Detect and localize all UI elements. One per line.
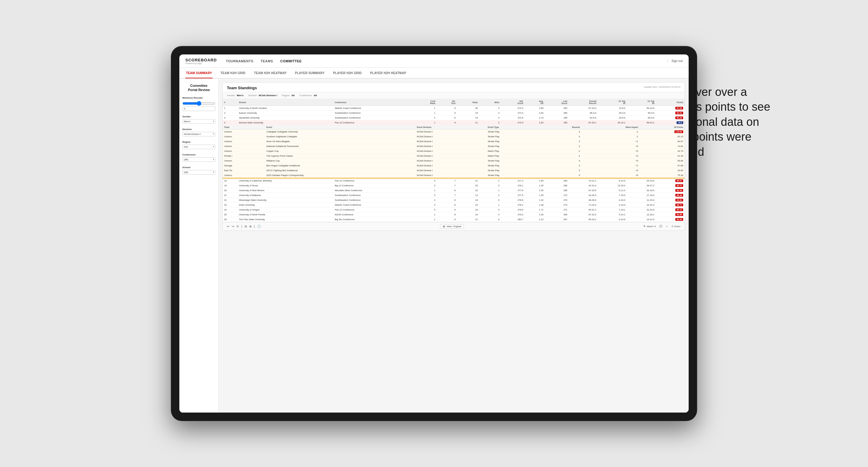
table-row[interactable]: 21 University of Alabama Southeastern Co… [223, 193, 685, 198]
filter-gender: Gender: Men's [227, 94, 244, 97]
comment-button[interactable]: 💬 [659, 225, 662, 228]
sign-out-button[interactable]: Sign out [668, 59, 683, 63]
toolbar-center: ▤ View: Original [440, 224, 464, 229]
table-row[interactable]: 23 Duke University Atlantic Coast Confer… [223, 203, 685, 208]
inner-table-row: Univers. Amer Int Intercollegiate NCAA D… [223, 139, 685, 144]
col-conf-rank: ConfRank [415, 99, 437, 106]
sidebar-portal-title: CommitteePortal Review [182, 84, 215, 92]
inner-table-row: East Tei OFCC Fighting Illini Invitation… [223, 168, 685, 173]
table-row[interactable]: 20 University of New Mexico Mountain Wes… [223, 188, 685, 193]
filter-conference: Conference: All [300, 94, 317, 97]
subnav-team-summary[interactable]: TEAM SUMMARY [185, 68, 213, 78]
table-row[interactable]: 26 The Ohio State University Big Ten Con… [223, 217, 685, 222]
inner-table-row: Univers. Williams Cup NCAA Division I St… [223, 158, 685, 163]
subnav-player-h2h-heatmap[interactable]: PLAYER H2H HEATMAP [370, 68, 407, 78]
subnav-player-h2h-grid[interactable]: PLAYER H2H GRID [332, 68, 362, 78]
view-original-button[interactable]: ▤ View: Original [440, 224, 464, 229]
table-row[interactable]: 24 University of Oregon Pac-12 Conferenc… [223, 208, 685, 212]
refresh-button[interactable]: ↻ [237, 225, 239, 228]
toolbar-left: ↩ ↪ ↻ | ⧉ ⊕ | 🕐 [227, 225, 261, 228]
subnav-player-summary[interactable]: PLAYER SUMMARY [294, 68, 325, 78]
cell-conference: Southeastern Conference [333, 111, 415, 116]
table-row-highlighted[interactable]: 4 Arizona State University Pac-12 Confer… [223, 120, 685, 125]
filters-row: Gender: Men's Division: NCAA Division I … [223, 92, 685, 99]
col-vs25: Vs Top25 [598, 99, 627, 106]
filter-conference-label: Conference: [300, 94, 313, 97]
col-conference: Conference [333, 99, 415, 106]
filter-division: Division: NCAA Division I [248, 94, 277, 97]
inner-table-row: Univers. National Invitational Tournamen… [223, 144, 685, 149]
subnav-team-h2h-grid[interactable]: TEAM H2H GRID [220, 68, 246, 78]
subnav-team-h2h-heatmap[interactable]: TEAM H2H HEATMAP [253, 68, 287, 78]
settings-button[interactable]: ⊕ [249, 225, 252, 228]
inner-table-row: Univers. Southern Highlands Collegiate N… [223, 134, 685, 139]
table-row[interactable]: 1 University of North Carolina Atlantic … [223, 106, 685, 111]
sidebar-school: School (All) [182, 166, 215, 175]
col-rnds: Rnds [457, 99, 479, 106]
share-button[interactable]: ⎙ Share [672, 225, 681, 228]
tablet: SCOREBOARD Powered by clipp TOURNAMENTS … [171, 46, 697, 421]
points-badge: 97.02 [675, 107, 683, 110]
copy-button[interactable]: ⧉ [245, 225, 247, 228]
conference-select-wrap: (All) ACC SEC [182, 157, 215, 162]
cell-conference: Pac-12 Conference [333, 178, 415, 183]
cell-conference: Atlantic Coast Conference [333, 106, 415, 111]
separator2: | [254, 225, 255, 228]
col-school: School [238, 99, 333, 106]
nav-tournaments[interactable]: TOURNAMENTS [226, 58, 253, 64]
watch-button[interactable]: 👁 Watch ▾ [643, 225, 655, 228]
school-select[interactable]: (All) [182, 170, 215, 175]
points-badge: 88.14 [675, 208, 683, 211]
points-badge: 88.70 [675, 184, 683, 187]
clock-button[interactable]: 🕐 [257, 225, 261, 228]
table-row[interactable]: 19 University of Texas Big 12 Conference… [223, 183, 685, 188]
points-badge: 88.07 [675, 179, 683, 182]
share-label: Share [674, 225, 681, 228]
cell-conference: Pac-12 Conference [333, 120, 415, 125]
undo-button[interactable]: ↩ [227, 225, 229, 228]
min-rounds-input[interactable] [182, 106, 215, 111]
region-select-wrap: N/A All [182, 145, 215, 149]
standings-table: # School Conference ConfRank No.Tour Rnd… [223, 99, 685, 222]
logo-sub: Powered by clipp [185, 62, 217, 64]
logo-main: SCOREBOARD [185, 58, 217, 62]
sidebar: CommitteePortal Review Minimum Rounds Ge… [179, 79, 219, 412]
filter-division-label: Division: [248, 94, 257, 97]
table-row[interactable]: 2 Auburn University Southeastern Confere… [223, 111, 685, 116]
watch-dropdown-icon: ▾ [654, 225, 656, 228]
min-rounds-slider[interactable] [182, 101, 215, 106]
filter-region-label: Region: [282, 94, 290, 97]
col-points: Points [656, 99, 685, 106]
toolbar-right: 👁 Watch ▾ 💬 ⤢ ⎙ [643, 225, 681, 228]
tablet-screen: SCOREBOARD Powered by clipp TOURNAMENTS … [179, 55, 689, 412]
gender-select[interactable]: Men's Women's [182, 119, 215, 124]
nav-committee[interactable]: COMMITTEE [280, 58, 302, 64]
main-content: CommitteePortal Review Minimum Rounds Ge… [179, 79, 689, 412]
table-row[interactable]: 25 University of North Florida ASUN Conf… [223, 212, 685, 217]
division-select[interactable]: NCAA Division I NCAA Division II NCAA Di… [182, 132, 215, 136]
expand-button[interactable]: ⤢ [666, 225, 668, 228]
inner-table-row: Univers. Copper Cup NCAA Division I Matc… [223, 149, 685, 154]
inner-table-row: Florida I The Cypress Point Classic NCAA… [223, 154, 685, 158]
sidebar-gender: Gender Men's Women's [182, 115, 215, 124]
points-badge: 80.94 [675, 218, 683, 221]
cell-school: Arizona State University [238, 120, 333, 125]
points-badge: 88.49 [675, 189, 683, 192]
table-row[interactable]: 3 Vanderbilt University Southeastern Con… [223, 116, 685, 120]
redo-button[interactable]: ↪ [232, 225, 234, 228]
cell-school: Auburn University [238, 111, 333, 116]
table-row[interactable]: 18 University of California, Berkeley Pa… [223, 178, 685, 183]
filter-gender-label: Gender: [227, 94, 236, 97]
expand-icon: ⤢ [666, 225, 668, 228]
conference-select[interactable]: (All) ACC SEC [182, 157, 215, 162]
region-select[interactable]: N/A All [182, 145, 215, 149]
sidebar-conference-label: Conference [182, 153, 215, 156]
report-title-area: Team Standings [227, 86, 257, 90]
inner-table-row: Georgia Ben Hogan Collegiate Invitationa… [223, 163, 685, 168]
points-badge: 88.71 [675, 204, 683, 206]
nav-teams[interactable]: TEAMS [261, 58, 273, 64]
sub-nav: TEAM SUMMARY TEAM H2H GRID TEAM H2H HEAT… [179, 68, 689, 79]
points-badge: 83.89 [675, 213, 683, 216]
col-overall: OverallRecord [569, 99, 598, 106]
table-row[interactable]: 22 Mississippi State University Southeas… [223, 198, 685, 203]
